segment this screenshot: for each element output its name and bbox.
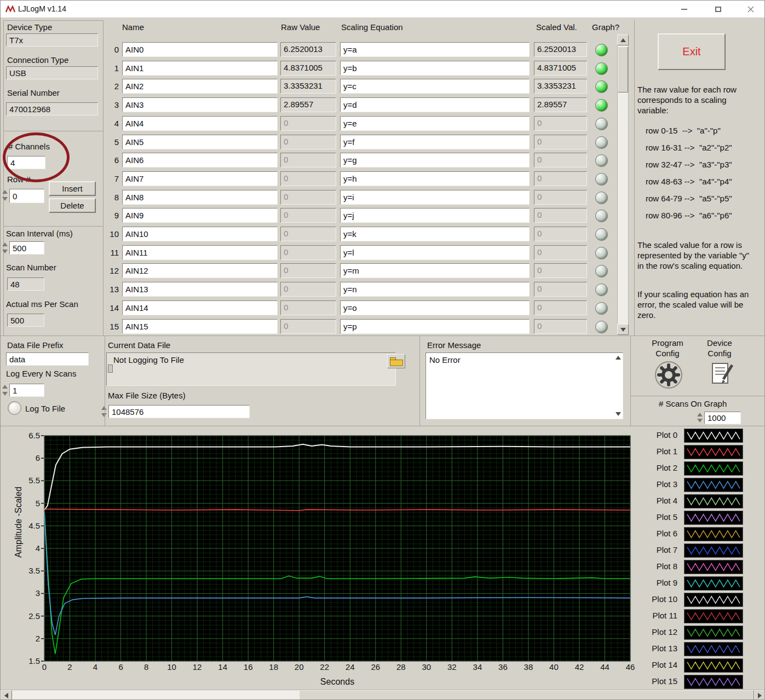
channel-name-field[interactable] bbox=[122, 97, 278, 112]
graph-led[interactable] bbox=[595, 302, 608, 315]
scaling-equation-field[interactable] bbox=[340, 300, 530, 315]
graph-led[interactable] bbox=[595, 192, 608, 204]
scroll-left-button[interactable] bbox=[1, 690, 12, 700]
waveform-icon bbox=[685, 560, 743, 574]
minimize-button[interactable] bbox=[672, 1, 696, 18]
plot-waveform-swatch[interactable] bbox=[684, 576, 743, 591]
log-to-file-radio[interactable] bbox=[8, 401, 21, 415]
channel-name-field[interactable] bbox=[122, 135, 278, 149]
plot-waveform-swatch[interactable] bbox=[684, 593, 743, 607]
plot-waveform-swatch[interactable] bbox=[684, 445, 743, 459]
exit-button[interactable]: Exit bbox=[658, 33, 726, 70]
channel-name-field[interactable] bbox=[122, 42, 278, 57]
scroll-down-button[interactable] bbox=[617, 324, 629, 335]
channel-name-field[interactable] bbox=[122, 79, 278, 94]
channel-name-field[interactable] bbox=[122, 319, 278, 334]
plot-waveform-swatch[interactable] bbox=[684, 511, 743, 525]
scaling-equation-field[interactable] bbox=[340, 153, 530, 167]
plot-waveform-swatch[interactable] bbox=[684, 642, 743, 656]
scaling-equation-field[interactable] bbox=[340, 171, 530, 186]
raw-value-field: 0 bbox=[280, 171, 336, 186]
scroll-up-button[interactable] bbox=[617, 34, 629, 45]
plot-waveform-swatch[interactable] bbox=[684, 543, 743, 558]
plot-legend-item: Plot 8 bbox=[636, 560, 765, 575]
plot-legend-item: Plot 0 bbox=[636, 429, 765, 444]
scaling-equation-field[interactable] bbox=[340, 190, 530, 205]
plot-waveform-swatch[interactable] bbox=[684, 626, 743, 640]
graph-led[interactable] bbox=[595, 80, 608, 93]
graph-led[interactable] bbox=[595, 247, 608, 259]
scaling-equation-field[interactable] bbox=[340, 97, 530, 112]
table-scrollbar[interactable] bbox=[617, 34, 629, 335]
channel-row: 800 bbox=[1, 190, 636, 206]
scaling-equation-field[interactable] bbox=[340, 208, 530, 223]
scans-on-graph-spinner[interactable] bbox=[697, 412, 704, 424]
data-file-prefix-input[interactable] bbox=[6, 352, 89, 366]
plot-waveform-swatch[interactable] bbox=[684, 560, 743, 574]
row-index: 7 bbox=[103, 174, 119, 183]
plot-waveform-swatch[interactable] bbox=[684, 429, 743, 443]
hscrollbar-thumb[interactable] bbox=[299, 690, 754, 700]
channel-name-field[interactable] bbox=[122, 263, 278, 278]
graph-led[interactable] bbox=[595, 284, 608, 296]
log-to-file-label: Log To File bbox=[25, 404, 65, 413]
channel-name-field[interactable] bbox=[122, 61, 278, 76]
horizontal-scrollbar[interactable] bbox=[1, 690, 765, 700]
channel-name-field[interactable] bbox=[122, 245, 278, 260]
scaling-equation-field[interactable] bbox=[340, 263, 530, 278]
scaling-equation-field[interactable] bbox=[340, 116, 530, 131]
graph-led[interactable] bbox=[595, 154, 608, 167]
plot-waveform-swatch[interactable] bbox=[684, 658, 743, 673]
svg-text:36: 36 bbox=[498, 662, 508, 672]
graph-led[interactable] bbox=[595, 321, 608, 333]
channel-name-field[interactable] bbox=[122, 171, 278, 186]
graph-led[interactable] bbox=[595, 210, 608, 222]
graph-led[interactable] bbox=[595, 62, 608, 75]
scaling-equation-field[interactable] bbox=[340, 42, 530, 57]
scaling-equation-field[interactable] bbox=[340, 227, 530, 241]
plot-waveform-swatch[interactable] bbox=[684, 478, 743, 492]
error-scroll-down-button[interactable] bbox=[616, 412, 621, 416]
log-every-input[interactable] bbox=[9, 384, 44, 397]
channel-name-field[interactable] bbox=[122, 282, 278, 297]
graph-led[interactable] bbox=[595, 118, 608, 130]
scaling-equation-field[interactable] bbox=[340, 79, 530, 94]
plot-waveform-swatch[interactable] bbox=[684, 494, 743, 508]
error-scroll-up-button[interactable] bbox=[616, 356, 621, 360]
browse-folder-button[interactable] bbox=[387, 354, 405, 368]
graph-led[interactable] bbox=[595, 44, 608, 56]
scaling-equation-field[interactable] bbox=[340, 245, 530, 260]
close-icon bbox=[747, 6, 754, 13]
scaling-equation-field[interactable] bbox=[340, 61, 530, 76]
scaled-value-field: 0 bbox=[534, 135, 587, 149]
scaling-equation-field[interactable] bbox=[340, 135, 530, 149]
graph-led[interactable] bbox=[595, 99, 608, 112]
max-file-size-input[interactable] bbox=[108, 405, 250, 418]
channel-name-field[interactable] bbox=[122, 300, 278, 315]
plot-waveform-swatch[interactable] bbox=[684, 461, 743, 476]
graph-led[interactable] bbox=[595, 136, 608, 149]
device-config-button[interactable] bbox=[708, 360, 737, 388]
channel-name-field[interactable] bbox=[122, 227, 278, 241]
scrollbar-thumb[interactable] bbox=[618, 47, 628, 92]
channel-name-field[interactable] bbox=[122, 153, 278, 167]
scaling-equation-field[interactable] bbox=[340, 282, 530, 297]
plot-waveform-swatch[interactable] bbox=[684, 609, 743, 623]
graph-led[interactable] bbox=[595, 173, 608, 186]
log-every-spinner[interactable] bbox=[2, 384, 9, 397]
plot-waveform-swatch[interactable] bbox=[684, 675, 743, 689]
channel-name-field[interactable] bbox=[122, 190, 278, 205]
scans-on-graph-input[interactable] bbox=[704, 412, 741, 424]
graph-led[interactable] bbox=[595, 228, 608, 241]
channel-name-field[interactable] bbox=[122, 208, 278, 223]
scaling-equation-field[interactable] bbox=[340, 319, 530, 334]
graph-led[interactable] bbox=[595, 265, 608, 277]
close-button[interactable] bbox=[739, 1, 763, 18]
plot-legend-label: Plot 10 bbox=[636, 594, 677, 604]
scroll-right-button[interactable] bbox=[754, 690, 765, 700]
program-config-button[interactable] bbox=[654, 361, 683, 389]
maximize-button[interactable] bbox=[706, 1, 730, 18]
channel-name-field[interactable] bbox=[122, 116, 278, 131]
plot-waveform-swatch[interactable] bbox=[684, 527, 743, 541]
plot-legend-label: Plot 12 bbox=[636, 627, 677, 637]
